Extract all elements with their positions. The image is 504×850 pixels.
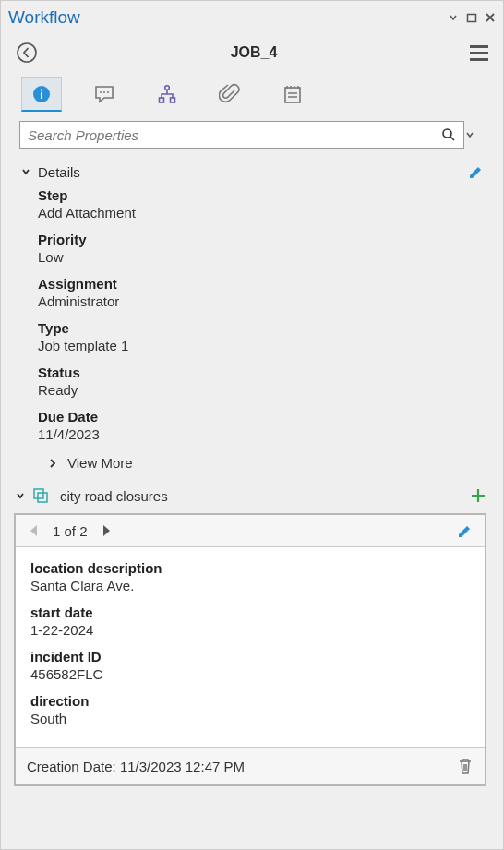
- related-title: city road closures: [60, 488, 168, 504]
- priority-value: Low: [38, 249, 479, 265]
- trash-icon: [457, 757, 474, 775]
- search-icon[interactable]: [434, 127, 463, 142]
- view-more-button[interactable]: View More: [19, 449, 485, 476]
- type-value: Job template 1: [38, 338, 479, 353]
- view-more-label: View More: [67, 455, 133, 471]
- add-related-button[interactable]: [470, 487, 486, 504]
- tab-diagram[interactable]: [147, 77, 187, 112]
- attachment-icon: [219, 83, 241, 105]
- location-value: Santa Clara Ave.: [30, 578, 470, 593]
- svg-rect-10: [171, 98, 175, 102]
- field-startdate: start date 1-22-2024: [30, 601, 470, 645]
- tabs-row: [1, 73, 503, 117]
- next-record-button[interactable]: [99, 523, 114, 538]
- related-card: 1 of 2 location description Santa Clara …: [14, 513, 486, 786]
- field-type: Type Job template 1: [19, 317, 485, 361]
- svg-rect-9: [160, 98, 164, 102]
- pencil-icon: [468, 163, 485, 180]
- plus-icon: [470, 487, 486, 504]
- assignment-value: Administrator: [38, 293, 479, 309]
- related-collapse-icon[interactable]: [14, 489, 27, 502]
- svg-point-3: [41, 89, 42, 90]
- diagram-icon: [156, 83, 178, 105]
- search-input[interactable]: [20, 124, 434, 147]
- maximize-icon[interactable]: [466, 12, 477, 23]
- priority-label: Priority: [38, 232, 479, 247]
- svg-point-5: [100, 91, 102, 93]
- svg-point-8: [165, 86, 170, 90]
- card-header: 1 of 2: [16, 515, 485, 547]
- panel-title: Workflow: [8, 7, 448, 28]
- back-button[interactable]: [14, 40, 40, 66]
- incident-value: 456582FLC: [30, 666, 470, 682]
- titlebar-controls: [448, 12, 496, 23]
- titlebar: Workflow: [1, 1, 503, 30]
- pager-text: 1 of 2: [49, 523, 91, 539]
- start-value: 1-22-2024: [30, 622, 470, 638]
- incident-label: incident ID: [30, 649, 470, 664]
- related-section: city road closures 1 of 2: [1, 482, 503, 805]
- field-incident: incident ID 456582FLC: [30, 645, 470, 689]
- menu-button[interactable]: [468, 43, 490, 63]
- field-assignment: Assignment Administrator: [19, 272, 485, 317]
- tab-info[interactable]: [21, 77, 62, 112]
- step-label: Step: [38, 187, 479, 203]
- start-label: start date: [30, 605, 470, 620]
- location-label: location description: [30, 560, 470, 576]
- search-wrap: [19, 121, 464, 149]
- arrow-right-icon: [99, 523, 114, 538]
- field-status: Status Ready: [19, 361, 485, 405]
- duedate-value: 11/4/2023: [38, 426, 479, 442]
- card-footer: Creation Date: 11/3/2023 12:47 PM: [16, 747, 485, 784]
- notes-icon: [282, 83, 304, 105]
- svg-point-7: [107, 91, 109, 93]
- svg-rect-11: [285, 88, 300, 102]
- svg-point-1: [18, 43, 36, 62]
- arrow-left-icon: [27, 523, 42, 538]
- info-icon: [31, 84, 52, 104]
- related-header: city road closures: [14, 484, 486, 508]
- tab-notes[interactable]: [272, 77, 313, 112]
- details-header: Details: [19, 160, 485, 184]
- field-location: location description Santa Clara Ave.: [30, 557, 470, 601]
- autohide-icon[interactable]: [448, 12, 459, 23]
- card-pager: 1 of 2: [27, 523, 114, 539]
- svg-rect-13: [34, 489, 43, 498]
- details-section: Details Step Add Attachment Priority Low…: [1, 154, 503, 482]
- search-row: [1, 117, 503, 154]
- search-dropdown-icon[interactable]: [464, 129, 485, 140]
- step-value: Add Attachment: [38, 205, 479, 221]
- close-icon[interactable]: [485, 12, 496, 23]
- job-header: JOB_4: [1, 30, 503, 73]
- type-label: Type: [38, 320, 479, 336]
- details-title: Details: [38, 164, 80, 180]
- tab-comments[interactable]: [84, 77, 125, 112]
- svg-rect-14: [38, 493, 47, 502]
- direction-value: South: [30, 711, 470, 726]
- field-duedate: Due Date 11/4/2023: [19, 405, 485, 449]
- svg-rect-4: [41, 92, 42, 99]
- card-body: location description Santa Clara Ave. st…: [16, 547, 485, 747]
- status-label: Status: [38, 365, 479, 380]
- edit-record-button[interactable]: [457, 522, 474, 539]
- details-collapse-icon[interactable]: [19, 165, 32, 178]
- delete-record-button[interactable]: [457, 757, 474, 775]
- job-title: JOB_4: [40, 44, 468, 61]
- status-value: Ready: [38, 382, 479, 398]
- duedate-label: Due Date: [38, 409, 479, 425]
- comments-icon: [93, 83, 115, 105]
- assignment-label: Assignment: [38, 276, 479, 292]
- prev-record-button[interactable]: [27, 523, 42, 538]
- field-step: Step Add Attachment: [19, 184, 485, 228]
- field-priority: Priority Low: [19, 228, 485, 272]
- pencil-icon: [457, 522, 474, 539]
- creation-date: Creation Date: 11/3/2023 12:47 PM: [27, 759, 245, 774]
- svg-rect-0: [468, 15, 476, 22]
- direction-label: direction: [30, 693, 470, 709]
- svg-point-6: [103, 91, 105, 93]
- edit-details-button[interactable]: [468, 163, 485, 180]
- field-direction: direction South: [30, 689, 470, 734]
- workflow-panel: Workflow JOB_4: [0, 0, 504, 850]
- tab-attachments[interactable]: [210, 77, 250, 112]
- svg-point-12: [443, 129, 451, 138]
